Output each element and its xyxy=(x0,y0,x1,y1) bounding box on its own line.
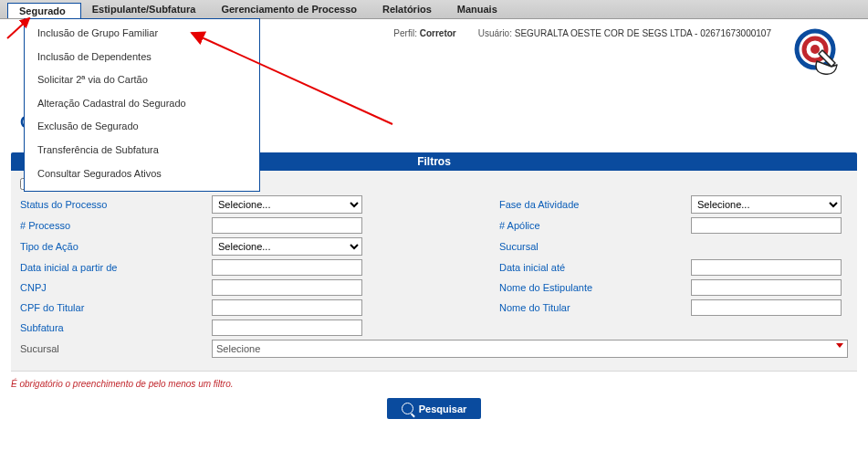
dropdown-consultar[interactable]: Consultar Segurados Ativos xyxy=(25,162,259,186)
dropdown-exclusao[interactable]: Exclusão de Segurado xyxy=(25,115,259,139)
num-apolice-label: # Apólice xyxy=(499,220,691,231)
search-icon xyxy=(402,403,413,414)
segurado-dropdown: Inclusão de Grupo Familiar Inclusão de D… xyxy=(24,18,260,192)
num-processo-input[interactable] xyxy=(212,217,362,234)
sucursal-label: Sucursal xyxy=(499,241,691,252)
tipo-acao-label: Tipo de Ação xyxy=(20,241,212,252)
chevron-down-icon xyxy=(836,343,843,348)
menubar: Segurado Estipulante/Subfatura Gerenciam… xyxy=(0,0,868,19)
usuario-text: Usuário: SEGURALTA OESTE COR DE SEGS LTD… xyxy=(478,28,771,38)
perfil-text: Perfil: Corretor xyxy=(393,28,455,38)
cnpj-input[interactable] xyxy=(212,279,362,296)
subfatura-label: Subfatura xyxy=(20,322,212,333)
dropdown-transferencia[interactable]: Transferência de Subfatura xyxy=(25,139,259,162)
nome-estipulante-label: Nome do Estipulante xyxy=(499,282,691,293)
data-inicial-ate-input[interactable] xyxy=(691,259,842,276)
fase-atividade-label: Fase da Atividade xyxy=(499,199,691,210)
status-processo-select[interactable]: Selecione... xyxy=(212,195,362,214)
mandatory-filter-note: É obrigatório o preenchimento de pelo me… xyxy=(11,379,857,389)
data-inicial-de-label: Data inicial a partir de xyxy=(20,262,212,273)
svg-point-4 xyxy=(810,45,820,54)
menu-estipulante[interactable]: Estipulante/Subfatura xyxy=(81,2,211,16)
sucursal-combo-value: Selecione xyxy=(216,343,260,354)
cpf-titular-input[interactable] xyxy=(212,299,362,316)
nome-titular-input[interactable] xyxy=(691,299,842,316)
subfatura-input[interactable] xyxy=(212,320,362,336)
pesquisar-button[interactable]: Pesquisar xyxy=(387,398,482,419)
nome-estipulante-input[interactable] xyxy=(691,279,842,296)
pesquisar-label: Pesquisar xyxy=(419,403,467,414)
nome-titular-label: Nome do Titular xyxy=(499,302,691,313)
menu-manuais[interactable]: Manuais xyxy=(446,2,512,16)
data-inicial-ate-label: Data inicial até xyxy=(499,262,691,273)
cnpj-label: CNPJ xyxy=(20,282,212,293)
status-processo-label: Status do Processo xyxy=(20,199,212,210)
logo-icon xyxy=(793,25,841,79)
menu-segurado[interactable]: Segurado xyxy=(7,3,81,18)
dropdown-inclusao-grupo[interactable]: Inclusão de Grupo Familiar xyxy=(25,22,259,46)
sucursal-wide-label: Sucursal xyxy=(20,343,212,354)
num-apolice-input[interactable] xyxy=(691,217,842,234)
fase-atividade-select[interactable]: Selecione... xyxy=(691,195,842,214)
dropdown-2via-cartao[interactable]: Solicitar 2ª via do Cartão xyxy=(25,68,259,92)
dropdown-inclusao-dep[interactable]: Inclusão de Dependentes xyxy=(25,46,259,69)
tipo-acao-select[interactable]: Selecione... xyxy=(212,237,362,256)
dropdown-alteracao[interactable]: Alteração Cadastral do Segurado xyxy=(25,92,259,116)
menu-relatorios[interactable]: Relatórios xyxy=(371,2,446,16)
sucursal-combo[interactable]: Selecione xyxy=(212,340,848,358)
data-inicial-de-input[interactable] xyxy=(212,259,362,276)
num-processo-label: # Processo xyxy=(20,220,212,231)
cpf-titular-label: CPF do Titular xyxy=(20,302,212,313)
menu-gerenciamento[interactable]: Gerenciamento de Processo xyxy=(210,2,371,16)
